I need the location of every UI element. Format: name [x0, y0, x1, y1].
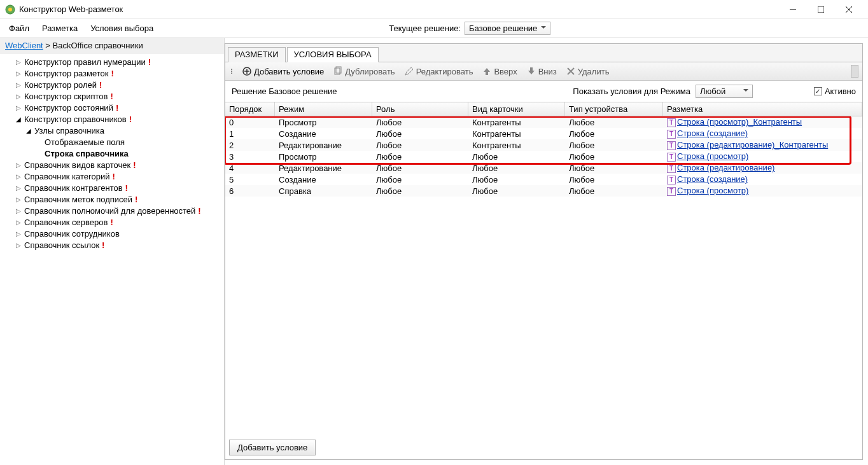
- col-layout[interactable]: Разметка: [663, 102, 862, 116]
- cell: 5: [225, 175, 275, 184]
- cell: 0: [225, 118, 275, 127]
- tree-item[interactable]: ▷Справочник сотрудников: [5, 228, 224, 239]
- chevron-right-icon[interactable]: ▷: [15, 219, 22, 226]
- layout-link[interactable]: Строка (просмотр): [677, 186, 748, 195]
- cell: Любое: [372, 163, 468, 173]
- edit-button[interactable]: Редактировать: [400, 65, 477, 78]
- tree-item[interactable]: ▷Конструктор скриптов!: [5, 90, 224, 102]
- cell: Любое: [565, 141, 663, 150]
- cell: Любое: [565, 163, 663, 173]
- tree-item[interactable]: ◢Узлы справочника: [5, 125, 224, 136]
- exclamation-icon: !: [116, 103, 118, 113]
- active-checkbox[interactable]: ✓ Активно: [814, 87, 856, 96]
- solution-label: Решение Базовое решение: [232, 87, 337, 96]
- delete-button[interactable]: Удалить: [562, 65, 613, 78]
- toolbar-grip-icon: [229, 69, 234, 74]
- cell: 4: [225, 163, 275, 173]
- cell: Создание: [275, 129, 372, 139]
- layout-link[interactable]: Строка (редактирование)_Контрагенты: [677, 140, 828, 149]
- table-row[interactable]: 0ПросмотрЛюбоеКонтрагентыЛюбоеTСтрока (п…: [225, 116, 862, 128]
- tree-item[interactable]: Строка справочника: [5, 148, 224, 159]
- tab-conditions[interactable]: УСЛОВИЯ ВЫБОРА: [287, 47, 379, 62]
- col-order[interactable]: Порядок: [225, 102, 275, 116]
- tree-item-label: Справочник категорий: [24, 172, 110, 181]
- mode-combo[interactable]: Любой: [696, 85, 753, 98]
- exclamation-icon: !: [111, 69, 113, 78]
- add-condition-footer-button[interactable]: Добавить условие: [229, 440, 316, 455]
- tree-item-label: Конструктор правил нумерации: [24, 57, 146, 67]
- chevron-right-icon[interactable]: ▷: [15, 59, 22, 66]
- current-solution-combo[interactable]: Базовое решение: [465, 22, 550, 35]
- tree-item[interactable]: ▷Конструктор ролей!: [5, 79, 224, 90]
- breadcrumb: WebClient > BackOffice справочники: [0, 38, 224, 53]
- tree-item[interactable]: ▷Справочник категорий!: [5, 170, 224, 182]
- tree-item[interactable]: ▷Справочник полномочий для доверенностей…: [5, 205, 224, 216]
- table-row[interactable]: 3ПросмотрЛюбоеЛюбоеЛюбоеTСтрока (просмот…: [225, 151, 862, 162]
- layout-link[interactable]: Строка (просмотр)_Контрагенты: [677, 117, 802, 127]
- chevron-right-icon[interactable]: ▷: [15, 196, 22, 203]
- cell: Редактирование: [275, 163, 372, 173]
- tree-item[interactable]: Отображаемые поля: [5, 136, 224, 148]
- exclamation-icon: !: [198, 206, 200, 216]
- toolbar-scroll-icon[interactable]: [851, 65, 858, 78]
- chevron-right-icon[interactable]: ▷: [15, 242, 22, 249]
- breadcrumb-root[interactable]: WebClient: [5, 41, 43, 50]
- chevron-right-icon[interactable]: ▷: [15, 162, 22, 169]
- chevron-right-icon[interactable]: ▷: [15, 207, 22, 214]
- cell: Справка: [275, 186, 372, 196]
- close-button[interactable]: [835, 1, 863, 18]
- cell: Любое: [468, 186, 565, 196]
- duplicate-button[interactable]: Дублировать: [329, 65, 398, 78]
- tree-item-label: Справочник сотрудников: [24, 229, 120, 239]
- table-row[interactable]: 2РедактированиеЛюбоеКонтрагентыЛюбоеTСтр…: [225, 139, 862, 151]
- exclamation-icon: !: [110, 218, 113, 227]
- exclamation-icon: !: [99, 80, 102, 90]
- tree-item[interactable]: ▷Конструктор правил нумерации!: [5, 56, 224, 67]
- chevron-right-icon[interactable]: ▷: [15, 81, 22, 88]
- menu-file[interactable]: Файл: [3, 21, 36, 36]
- table-row[interactable]: 5СозданиеЛюбоеЛюбоеЛюбоеTСтрока (создани…: [225, 174, 862, 185]
- layout-icon: T: [667, 153, 676, 162]
- chevron-right-icon[interactable]: ▷: [15, 93, 22, 100]
- layout-link[interactable]: Строка (редактирование): [677, 163, 774, 172]
- col-role[interactable]: Роль: [372, 102, 468, 116]
- cell: Любое: [565, 118, 663, 127]
- layout-link[interactable]: Строка (создание): [677, 128, 748, 138]
- tree-item[interactable]: ▷Справочник ссылок!: [5, 239, 224, 251]
- up-button[interactable]: Вверх: [478, 65, 521, 78]
- chevron-down-icon[interactable]: ◢: [25, 127, 32, 134]
- down-button[interactable]: Вниз: [522, 65, 561, 78]
- chevron-right-icon[interactable]: ▷: [15, 184, 22, 191]
- tree-item[interactable]: ▷Справочник серверов!: [5, 216, 224, 228]
- tree-item[interactable]: ▷Конструктор состояний!: [5, 102, 224, 113]
- menu-conditions[interactable]: Условия выбора: [84, 21, 160, 36]
- table-row[interactable]: 6СправкаЛюбоеЛюбоеЛюбоеTСтрока (просмотр…: [225, 185, 862, 197]
- chevron-down-icon[interactable]: ◢: [15, 116, 22, 123]
- tree-item-label: Справочник ссылок: [24, 240, 99, 250]
- tree-item[interactable]: ◢Конструктор справочников!: [5, 113, 224, 125]
- tree-item[interactable]: ▷Справочник видов карточек!: [5, 159, 224, 170]
- exclamation-icon: !: [113, 172, 115, 181]
- col-device[interactable]: Тип устройства: [565, 102, 663, 116]
- chevron-right-icon[interactable]: ▷: [15, 70, 22, 77]
- tree-item[interactable]: ▷Справочник контрагентов!: [5, 182, 224, 193]
- maximize-button[interactable]: [807, 1, 835, 18]
- tab-layouts[interactable]: РАЗМЕТКИ: [228, 47, 286, 62]
- add-condition-button[interactable]: Добавить условие: [238, 65, 328, 78]
- menu-layout[interactable]: Разметка: [36, 21, 84, 36]
- table-row[interactable]: 1СозданиеЛюбоеКонтрагентыЛюбоеTСтрока (с…: [225, 128, 862, 139]
- layout-link[interactable]: Строка (просмотр): [677, 151, 748, 161]
- layout-icon: T: [667, 176, 676, 184]
- col-card[interactable]: Вид карточки: [468, 102, 565, 116]
- tree-item[interactable]: ▷Справочник меток подписей!: [5, 193, 224, 205]
- chevron-right-icon[interactable]: ▷: [15, 104, 22, 111]
- chevron-right-icon[interactable]: ▷: [15, 173, 22, 180]
- col-mode[interactable]: Режим: [275, 102, 372, 116]
- minimize-button[interactable]: [779, 1, 807, 18]
- tree-item[interactable]: ▷Конструктор разметок!: [5, 67, 224, 79]
- cell: Любое: [372, 129, 468, 139]
- table-row[interactable]: 4РедактированиеЛюбоеЛюбоеЛюбоеTСтрока (р…: [225, 162, 862, 174]
- chevron-right-icon[interactable]: ▷: [15, 230, 22, 237]
- cell: 6: [225, 186, 275, 196]
- layout-link[interactable]: Строка (создание): [677, 174, 748, 184]
